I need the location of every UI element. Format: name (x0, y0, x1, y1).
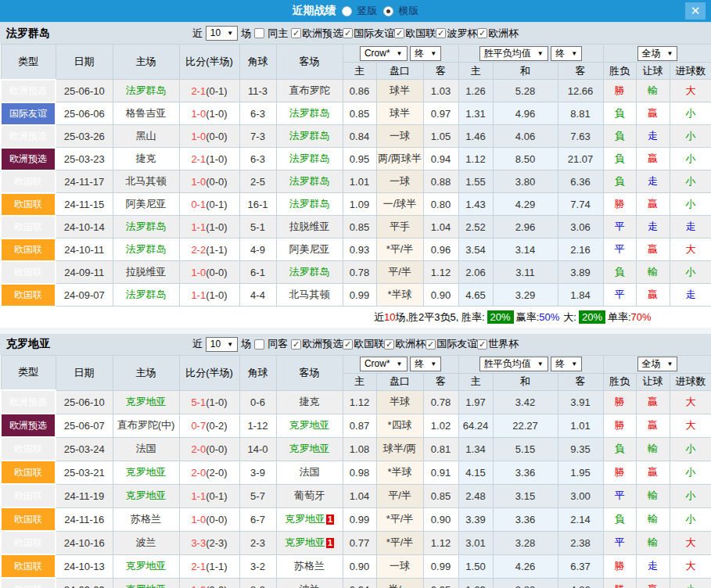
competition-checkbox[interactable]: ✓ (477, 28, 487, 38)
avg-away-cell: 9.35 (558, 437, 603, 461)
match-count-select[interactable]: 10▼ (206, 26, 238, 41)
competition-checkbox[interactable]: ✓ (291, 28, 301, 38)
home-team-cell: 法罗群岛 (113, 238, 179, 261)
home-team-cell: 北马其顿 (113, 170, 179, 193)
close-button[interactable]: ✕ (685, 2, 706, 20)
competition-checkbox[interactable]: ✓ (477, 339, 487, 350)
winloss-result-cell: 負 (603, 125, 636, 148)
competition-filter: ✓ 国际友谊 (426, 337, 477, 351)
handicap-result-cell: 贏 (636, 578, 670, 588)
odds-stage-select[interactable]: 终▼ (410, 46, 441, 61)
avg-away-cell: 6.36 (558, 170, 603, 193)
handicap-cell: 平手 (376, 216, 423, 238)
handicap-cell: *四球 (376, 414, 423, 437)
corner-cell: 16-1 (239, 193, 276, 216)
radio-vertical[interactable] (342, 6, 352, 16)
home-team-cell: 法罗群岛 (113, 284, 179, 307)
odds-stage-select[interactable]: 终▼ (410, 357, 441, 371)
wdl-avg-select[interactable]: 胜平负均值▼ (479, 357, 548, 371)
handicap-result-cell: 贏 (636, 193, 670, 216)
league-cell: 欧洲预选 (1, 148, 56, 170)
avg-home-cell: 1.43 (458, 193, 493, 216)
same-home-checkbox[interactable] (254, 28, 264, 38)
date-cell: 25-03-21 (56, 461, 113, 484)
bookmaker-select[interactable]: Crow*▼ (360, 357, 408, 371)
home-team-cell: 苏格兰 (113, 507, 179, 531)
summary-record: 场,胜2平3负5, 胜率: (395, 310, 484, 324)
home-team-cell: 法国 (113, 437, 179, 461)
league-cell: 欧国联 (1, 170, 56, 193)
winloss-result-cell: 平 (603, 284, 636, 307)
competition-checkbox[interactable]: ✓ (343, 339, 353, 350)
radio-horizontal-label[interactable]: 横版 (399, 4, 419, 18)
competition-checkbox[interactable]: ✓ (436, 28, 446, 38)
col-header-date: 日期 (56, 355, 113, 390)
handicap-result-cell: 輸 (636, 261, 670, 284)
chevron-down-icon: ▼ (430, 48, 436, 59)
avg-home-cell: 4.15 (458, 461, 493, 484)
score-cell: 2-1(1-0) (179, 148, 239, 170)
competition-checkbox[interactable]: ✓ (291, 339, 301, 350)
score-cell: 1-0(0-0) (179, 578, 239, 588)
competition-checkbox[interactable]: ✓ (343, 28, 353, 38)
col-header-away: 客场 (276, 355, 343, 390)
winloss-result-cell: 負 (603, 170, 636, 193)
competition-checkbox[interactable]: ✓ (384, 339, 394, 350)
handicap-result-cell: 贏 (636, 390, 670, 414)
scope-select[interactable]: 全场▼ (637, 357, 678, 371)
league-cell: 欧洲预选 (1, 125, 56, 148)
competition-filter: ✓ 国际友谊 (343, 27, 394, 41)
score-cell: 1-1(0-1) (179, 484, 239, 507)
away-team-cell: 克罗地亚1 (276, 507, 343, 531)
date-cell: 25-03-26 (56, 125, 113, 148)
table-row: 欧洲预选 25-03-23 捷克 2-1(1-0) 6-3 法罗群岛 0.95 … (1, 148, 711, 170)
handicap-result-cell: 贏 (636, 238, 670, 261)
competition-checkbox[interactable]: ✓ (394, 28, 404, 38)
avg-group-header: 胜平负均值▼ 终▼ (458, 45, 603, 63)
odds-away-cell: 0.99 (423, 554, 458, 578)
handicap-cell: 一球 (376, 554, 423, 578)
radio-horizontal[interactable] (383, 6, 393, 16)
away-team-cell: 法罗群岛 (276, 125, 343, 148)
bookmaker-select[interactable]: Crow*▼ (360, 46, 408, 61)
handicap-cell: *平/半 (376, 507, 423, 531)
odds-away-cell: 0.90 (423, 284, 458, 307)
table-row: 欧国联 24-11-17 北马其顿 1-0(0-0) 2-5 法罗群岛 1.01… (1, 170, 711, 193)
score-cell: 0-1(0-1) (179, 193, 239, 216)
competition-checkbox[interactable]: ✓ (426, 339, 436, 350)
corner-cell: 0-6 (239, 390, 276, 414)
avg-home-cell: 1.12 (458, 148, 493, 170)
section-header-croatia: 克罗地亚 近 10▼ 场 同客 ✓ 欧洲预选 ✓ 欧国联 ✓ 欧洲杯 (0, 334, 711, 355)
avg-stage-select[interactable]: 终▼ (551, 357, 582, 371)
win-rate-badge: 20% (487, 310, 514, 324)
avg-stage-select[interactable]: 终▼ (551, 46, 582, 61)
competition-label: 世界杯 (488, 337, 519, 351)
league-cell: 欧国联 (1, 554, 56, 578)
avg-group-header: 胜平负均值▼ 终▼ (458, 355, 603, 373)
scope-select[interactable]: 全场▼ (637, 46, 678, 61)
team-name: 法罗群岛 (6, 27, 50, 41)
date-cell: 25-06-06 (56, 102, 113, 125)
corner-cell: 6-3 (239, 102, 276, 125)
home-team-cell: 克罗地亚 (113, 461, 179, 484)
match-count-select[interactable]: 10▼ (206, 337, 238, 352)
table-row: 欧洲预选 25-06-10 克罗地亚 5-1(1-0) 0-6 捷克 1.12 … (1, 390, 711, 414)
odds-away-cell: 1.03 (423, 80, 458, 102)
avg-away-cell: 6.37 (558, 554, 603, 578)
competition-filter: ✓ 欧国联 (343, 337, 384, 351)
odds-away-cell: 1.02 (423, 414, 458, 437)
odds-away-cell: 1.12 (423, 531, 458, 554)
summary-text: 赢率: (516, 310, 540, 324)
score-cell: 5-1(1-0) (179, 390, 239, 414)
league-cell: 欧国联 (1, 261, 56, 284)
away-team-cell: 波兰 (276, 578, 343, 588)
wdl-avg-select[interactable]: 胜平负均值▼ (479, 46, 548, 61)
score-cell: 1-0(0-0) (179, 507, 239, 531)
radio-vertical-label[interactable]: 竖版 (357, 4, 378, 18)
same-away-checkbox[interactable] (254, 339, 264, 350)
date-cell: 24-10-11 (56, 238, 113, 261)
odds-away-cell: 0.90 (423, 507, 458, 531)
handicap-cell: *半球 (376, 284, 423, 307)
avg-draw-cell: 4.96 (493, 102, 558, 125)
score-cell: 1-0(0-0) (179, 125, 239, 148)
